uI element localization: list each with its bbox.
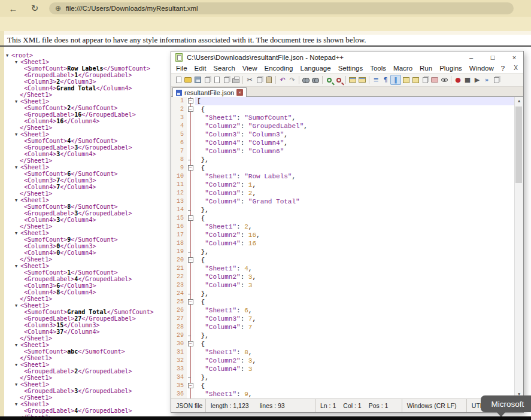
code-text[interactable]: "Column2": "GroupedLabel", [195, 122, 523, 130]
word-wrap-icon[interactable]: ≡ [371, 75, 381, 84]
code-text[interactable]: "Sheet1": "Row Labels", [195, 172, 523, 181]
fold-collapse-icon[interactable]: − [188, 106, 193, 112]
collapse-arrow-icon[interactable]: ▼ [15, 165, 20, 171]
editor-area[interactable]: 1−[2− {3 "Sheet1": "SumofCount",4 "Colum… [171, 97, 523, 398]
collapse-arrow-icon[interactable]: ▼ [15, 382, 20, 388]
code-text[interactable]: }, [195, 331, 523, 340]
folder-as-workspace-icon[interactable] [430, 75, 439, 84]
code-text[interactable]: "Column4": 3 [195, 365, 523, 373]
menu-settings[interactable]: Settings [335, 65, 367, 72]
minimize-button[interactable]: – [462, 51, 480, 63]
fold-collapse-icon[interactable]: − [188, 383, 193, 388]
scrollbar-thumb[interactable] [515, 106, 522, 183]
code-text[interactable]: "Column5": "Column6" [195, 147, 523, 156]
code-text[interactable]: "Column2": 1, [195, 181, 523, 189]
collapse-arrow-icon[interactable]: ▼ [15, 342, 20, 349]
code-text[interactable]: "Sheet1": 6, [195, 306, 523, 315]
paste-icon[interactable] [264, 75, 274, 84]
code-text[interactable]: "Sheet1": "SumofCount", [195, 114, 523, 122]
sync-vertical-icon[interactable] [348, 75, 357, 84]
fold-collapse-icon[interactable]: − [188, 299, 193, 305]
back-button[interactable]: ← [6, 2, 20, 15]
code-text[interactable]: { [195, 298, 523, 306]
menu-edit[interactable]: Edit [191, 65, 210, 72]
collapse-arrow-icon[interactable]: ▼ [15, 99, 20, 105]
collapse-arrow-icon[interactable]: ▼ [15, 59, 20, 66]
code-text[interactable]: { [195, 340, 523, 348]
maximize-button[interactable]: □ [484, 51, 502, 63]
tab-resultantfile[interactable]: resultantFile.json × [172, 87, 247, 97]
collapse-arrow-icon[interactable]: ▼ [15, 263, 20, 270]
code-text[interactable]: "Column2": 3, [195, 357, 523, 365]
collapse-arrow-icon[interactable]: ▼ [15, 197, 20, 204]
reload-button[interactable]: ↻ [28, 2, 42, 15]
collapse-arrow-icon[interactable]: ▼ [15, 303, 20, 309]
code-text[interactable]: "Column4": "Column4", [195, 139, 523, 147]
save-all-icon[interactable] [202, 75, 212, 84]
code-text[interactable]: "Sheet1": 4, [195, 264, 523, 273]
code-text[interactable]: { [195, 256, 523, 264]
redo-icon[interactable]: ↷ [287, 75, 297, 84]
code-text[interactable]: [ [195, 97, 523, 105]
collapse-arrow-icon[interactable]: ▼ [15, 132, 20, 138]
close-all-icon[interactable] [221, 75, 231, 84]
code-text[interactable]: { [195, 382, 523, 390]
code-text[interactable]: "Sheet1": 8, [195, 348, 523, 357]
menubar-close-button[interactable]: X [514, 65, 523, 71]
indent-guide-icon[interactable]: ‖ [390, 75, 401, 85]
code-text[interactable]: "Column4": 7 [195, 323, 523, 331]
collapse-arrow-icon[interactable]: ▼ [15, 362, 20, 369]
menu-encoding[interactable]: Encoding [261, 65, 297, 72]
fold-collapse-icon[interactable]: − [188, 341, 193, 346]
menu-tools[interactable]: Tools [366, 65, 390, 72]
macro-record-icon[interactable]: ● [453, 75, 463, 84]
notepad-titlebar[interactable]: C:\Users\Downloads\resultantFile.json - … [171, 51, 523, 63]
code-text[interactable]: "Column4": 3 [195, 281, 523, 290]
tab-close-icon[interactable]: × [236, 89, 243, 96]
function-list-icon[interactable] [401, 75, 411, 84]
macro-save-icon[interactable] [491, 75, 501, 84]
find-icon[interactable] [301, 75, 311, 84]
close-file-icon[interactable] [212, 75, 221, 84]
fold-collapse-icon[interactable]: − [188, 98, 193, 104]
menu-plugins[interactable]: Plugins [436, 65, 466, 72]
zoom-out-icon[interactable] [334, 75, 344, 84]
fold-collapse-icon[interactable]: − [188, 215, 193, 221]
monitoring-icon[interactable] [439, 75, 449, 84]
address-bar[interactable]: ⊕ file:///C:/Users/Downloads/myResultant… [49, 2, 514, 14]
replace-icon[interactable] [311, 75, 320, 84]
site-info-icon[interactable]: ⊕ [55, 4, 61, 13]
undo-icon[interactable]: ↶ [278, 75, 287, 84]
code-text[interactable]: { [195, 164, 523, 172]
document-map-icon[interactable] [411, 75, 420, 84]
close-button[interactable]: × [505, 51, 523, 63]
menu-language[interactable]: Language [296, 65, 334, 72]
code-text[interactable]: }, [195, 248, 523, 256]
macro-play-icon[interactable]: ▶ [472, 75, 482, 84]
macro-run-multiple-icon[interactable]: » [482, 75, 491, 84]
new-file-icon[interactable] [174, 75, 183, 84]
menu-file[interactable]: File [172, 65, 191, 72]
fold-collapse-icon[interactable]: − [188, 165, 193, 171]
code-text[interactable]: "Column3": "Column3", [195, 130, 523, 139]
code-text[interactable]: "Column4": "Grand Total" [195, 197, 523, 206]
cut-icon[interactable]: ✂ [245, 75, 254, 84]
save-icon[interactable] [193, 75, 202, 84]
code-text[interactable]: }, [195, 373, 523, 382]
menu-macro[interactable]: Macro [390, 65, 416, 72]
show-all-characters-icon[interactable]: ¶ [381, 75, 390, 84]
collapse-arrow-icon[interactable]: ▼ [15, 401, 20, 408]
document-list-icon[interactable] [420, 75, 430, 84]
editor-scrollbar[interactable]: ▲ ▼ [514, 97, 523, 398]
code-text[interactable]: { [195, 214, 523, 223]
scroll-up-icon[interactable]: ▲ [515, 97, 523, 105]
macro-stop-icon[interactable]: ■ [463, 75, 472, 84]
menu-search[interactable]: Search [210, 65, 238, 72]
zoom-in-icon[interactable] [324, 75, 334, 84]
code-text[interactable]: "Column3": 2, [195, 189, 523, 197]
code-text[interactable]: "Column2": 3, [195, 273, 523, 281]
print-icon[interactable] [231, 75, 241, 84]
menu-help[interactable]: ? [497, 65, 508, 72]
code-text[interactable]: "Column4": 16 [195, 239, 523, 248]
code-text[interactable]: }, [195, 156, 523, 164]
